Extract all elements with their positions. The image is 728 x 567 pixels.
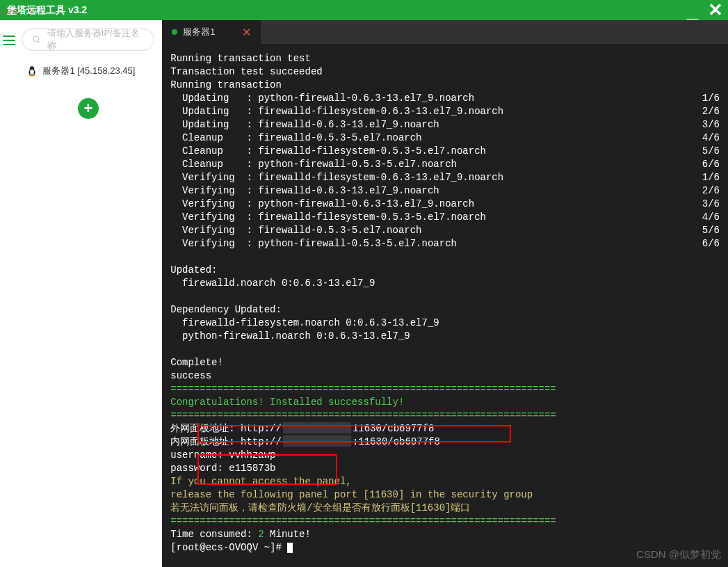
- svg-point-0: [33, 36, 39, 42]
- terminal-area: 服务器1 ✕ Running transaction test Transact…: [162, 20, 728, 567]
- server-list-item[interactable]: 服务器1 [45.158.23.45]: [22, 65, 154, 77]
- tab-server1[interactable]: 服务器1 ✕: [162, 20, 260, 44]
- svg-line-1: [38, 41, 40, 43]
- terminal-output[interactable]: Running transaction test Transaction tes…: [162, 44, 728, 567]
- add-server-button[interactable]: +: [78, 98, 99, 119]
- svg-point-11: [33, 74, 35, 77]
- title-bar: 堡塔远程工具 v3.2 _ ✕: [0, 0, 728, 20]
- minimize-button[interactable]: _: [682, 0, 703, 20]
- sidebar: 请输入服务器IP/备注名称 服务器1 [45.158.23.45] +: [17, 20, 162, 567]
- close-tab-icon[interactable]: ✕: [242, 26, 251, 39]
- tab-bar: 服务器1 ✕: [162, 20, 728, 44]
- search-icon: [32, 35, 41, 45]
- tab-label: 服务器1: [183, 26, 215, 38]
- hamburger-icon[interactable]: [3, 35, 15, 45]
- close-button[interactable]: ✕: [703, 0, 728, 20]
- svg-point-10: [29, 74, 32, 77]
- status-dot-icon: [172, 29, 177, 35]
- server-label: 服务器1 [45.158.23.45]: [42, 65, 135, 77]
- search-placeholder: 请输入服务器IP/备注名称: [47, 27, 144, 52]
- search-input[interactable]: 请输入服务器IP/备注名称: [22, 29, 154, 51]
- linux-icon: [27, 65, 37, 77]
- left-rail: [0, 20, 17, 567]
- svg-point-7: [31, 69, 32, 70]
- svg-point-8: [33, 69, 33, 70]
- app-title: 堡塔远程工具 v3.2: [7, 4, 87, 17]
